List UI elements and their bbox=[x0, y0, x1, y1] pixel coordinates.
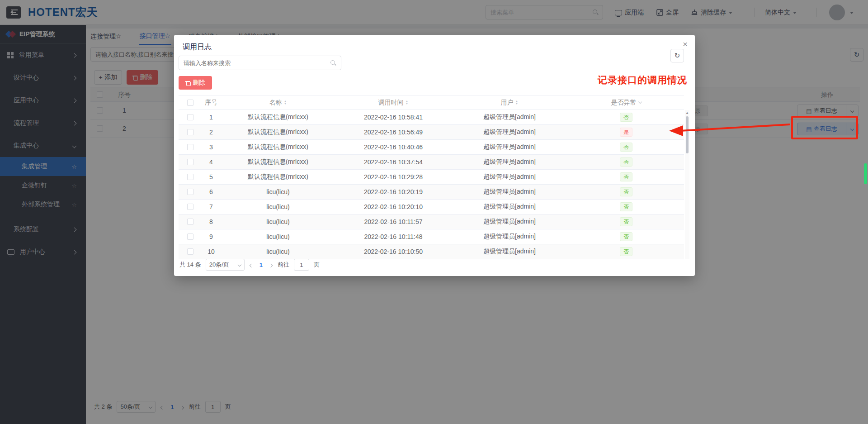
cell-index: 9 bbox=[202, 233, 220, 240]
abnormal-badge: 否 bbox=[620, 157, 632, 167]
cell-name: licu(licu) bbox=[220, 233, 336, 240]
abnormal-badge: 否 bbox=[620, 202, 632, 211]
close-icon[interactable]: × bbox=[683, 39, 688, 49]
cell-name: 默认流程信息(mrlcxx) bbox=[220, 143, 336, 151]
cell-index: 4 bbox=[202, 158, 220, 166]
row-checkbox[interactable] bbox=[187, 189, 193, 195]
dialog-pagination: 共 14 条 20条/页 1 前往 页 bbox=[179, 259, 320, 271]
application-window: HOTENT宏天 应用端 全屏 清除缓存 简体中文 bbox=[0, 0, 868, 424]
log-search-box bbox=[179, 56, 341, 70]
cell-index: 5 bbox=[202, 173, 220, 181]
cell-time: 2022-02-16 10:29:28 bbox=[336, 173, 451, 181]
row-checkbox[interactable] bbox=[187, 114, 193, 120]
search-icon bbox=[330, 60, 336, 66]
table-row: 9 licu(licu) 2022-02-16 10:11:48 超级管理员[a… bbox=[179, 229, 684, 244]
table-header-row: 序号 名称▲▼ 调用时间▲▼ 用户▲▼ 是否异常 bbox=[179, 95, 684, 110]
cell-name: 默认流程信息(mrlcxx) bbox=[220, 128, 336, 136]
column-header-time[interactable]: 调用时间▲▼ bbox=[336, 99, 451, 107]
scrollbar-marker bbox=[864, 163, 867, 184]
annotation-rectangle bbox=[791, 116, 858, 139]
scroll-up-arrow[interactable]: ▲ bbox=[685, 111, 689, 115]
cell-name: 默认流程信息(mrlcxx) bbox=[220, 158, 336, 166]
abnormal-badge: 否 bbox=[620, 217, 632, 226]
cell-index: 1 bbox=[202, 114, 220, 121]
chevron-down-icon bbox=[237, 263, 241, 267]
prev-page-button[interactable] bbox=[249, 262, 254, 268]
select-all-checkbox[interactable] bbox=[187, 100, 193, 106]
table-row: 5 默认流程信息(mrlcxx) 2022-02-16 10:29:28 超级管… bbox=[179, 170, 684, 185]
row-checkbox[interactable] bbox=[187, 144, 193, 150]
column-header-user[interactable]: 用户▲▼ bbox=[451, 99, 568, 107]
cell-name: 默认流程信息(mrlcxx) bbox=[220, 113, 336, 121]
column-header-abnormal[interactable]: 是否异常 bbox=[568, 99, 684, 107]
goto-label: 前往 bbox=[278, 261, 289, 269]
cell-user: 超级管理员[admin] bbox=[451, 173, 568, 181]
abnormal-badge: 否 bbox=[620, 247, 632, 256]
log-search-input[interactable] bbox=[184, 56, 326, 70]
table-row: 3 默认流程信息(mrlcxx) 2022-02-16 10:40:46 超级管… bbox=[179, 140, 684, 155]
table-row: 4 默认流程信息(mrlcxx) 2022-02-16 10:37:54 超级管… bbox=[179, 155, 684, 170]
table-row: 2 默认流程信息(mrlcxx) 2022-02-16 10:56:49 超级管… bbox=[179, 125, 684, 140]
total-count: 共 14 条 bbox=[179, 261, 201, 269]
cell-name: 默认流程信息(mrlcxx) bbox=[220, 173, 336, 181]
cell-user: 超级管理员[admin] bbox=[451, 233, 568, 241]
dialog-delete-button[interactable]: 删除 bbox=[179, 76, 212, 90]
sort-icon[interactable]: ▲▼ bbox=[406, 100, 409, 104]
cell-user: 超级管理员[admin] bbox=[451, 203, 568, 211]
cell-index: 3 bbox=[202, 143, 220, 151]
dialog-refresh-button[interactable]: ↻ bbox=[670, 49, 684, 62]
row-checkbox[interactable] bbox=[187, 233, 193, 240]
table-row: 8 licu(licu) 2022-02-16 10:11:57 超级管理员[a… bbox=[179, 214, 684, 229]
row-checkbox[interactable] bbox=[187, 129, 193, 135]
filter-caret-icon bbox=[638, 100, 642, 104]
cell-user: 超级管理员[admin] bbox=[451, 143, 568, 151]
column-header-index: 序号 bbox=[202, 99, 220, 107]
cell-user: 超级管理员[admin] bbox=[451, 218, 568, 226]
cell-time: 2022-02-16 10:10:50 bbox=[336, 248, 451, 255]
current-page-button[interactable]: 1 bbox=[258, 262, 264, 268]
cell-time: 2022-02-16 10:11:48 bbox=[336, 233, 451, 240]
sort-icon[interactable]: ▲▼ bbox=[284, 100, 287, 104]
cell-user: 超级管理员[admin] bbox=[451, 188, 568, 196]
cell-user: 超级管理员[admin] bbox=[451, 248, 568, 256]
cell-name: licu(licu) bbox=[220, 218, 336, 225]
cell-name: licu(licu) bbox=[220, 203, 336, 210]
cell-time: 2022-02-16 10:40:46 bbox=[336, 143, 451, 151]
table-body: 1 默认流程信息(mrlcxx) 2022-02-16 10:58:41 超级管… bbox=[179, 110, 684, 259]
cell-index: 2 bbox=[202, 129, 220, 136]
abnormal-badge: 否 bbox=[620, 232, 632, 241]
cell-time: 2022-02-16 10:58:41 bbox=[336, 114, 451, 121]
table-row: 1 默认流程信息(mrlcxx) 2022-02-16 10:58:41 超级管… bbox=[179, 110, 684, 125]
goto-page-input[interactable] bbox=[294, 259, 309, 271]
table-row: 6 licu(licu) 2022-02-16 10:20:19 超级管理员[a… bbox=[179, 185, 684, 200]
row-checkbox[interactable] bbox=[187, 159, 193, 165]
page-size-select[interactable]: 20条/页 bbox=[206, 259, 245, 271]
cell-time: 2022-02-16 10:20:10 bbox=[336, 203, 451, 210]
cell-index: 6 bbox=[202, 188, 220, 195]
call-log-dialog: 调用日志 × ↻ 删除 序号 名称▲▼ 调用时间▲▼ 用户▲▼ 是否异常 1 bbox=[174, 35, 695, 276]
cell-index: 10 bbox=[202, 248, 220, 255]
cell-time: 2022-02-16 10:20:19 bbox=[336, 188, 451, 195]
next-page-button[interactable] bbox=[269, 262, 273, 268]
table-row: 10 licu(licu) 2022-02-16 10:10:50 超级管理员[… bbox=[179, 244, 684, 259]
cell-time: 2022-02-16 10:11:57 bbox=[336, 218, 451, 225]
row-checkbox[interactable] bbox=[187, 204, 193, 210]
abnormal-badge: 否 bbox=[620, 113, 632, 122]
cell-time: 2022-02-16 10:56:49 bbox=[336, 129, 451, 136]
sort-icon[interactable]: ▲▼ bbox=[515, 100, 519, 104]
row-checkbox[interactable] bbox=[187, 248, 193, 255]
row-checkbox[interactable] bbox=[187, 219, 193, 225]
abnormal-badge: 是 bbox=[620, 128, 632, 137]
abnormal-badge: 否 bbox=[620, 187, 632, 196]
cell-index: 8 bbox=[202, 218, 220, 225]
call-log-table: 序号 名称▲▼ 调用时间▲▼ 用户▲▼ 是否异常 1 默认流程信息(mrlcxx… bbox=[179, 95, 684, 259]
cell-user: 超级管理员[admin] bbox=[451, 158, 568, 166]
annotation-arrow bbox=[667, 118, 798, 138]
trash-icon bbox=[185, 80, 190, 86]
annotation-note: 记录接口的调用情况 bbox=[598, 74, 687, 86]
abnormal-badge: 否 bbox=[620, 172, 632, 181]
row-checkbox[interactable] bbox=[187, 174, 193, 180]
cell-index: 7 bbox=[202, 203, 220, 210]
column-header-name[interactable]: 名称▲▼ bbox=[220, 99, 336, 107]
cell-user: 超级管理员[admin] bbox=[451, 113, 568, 121]
